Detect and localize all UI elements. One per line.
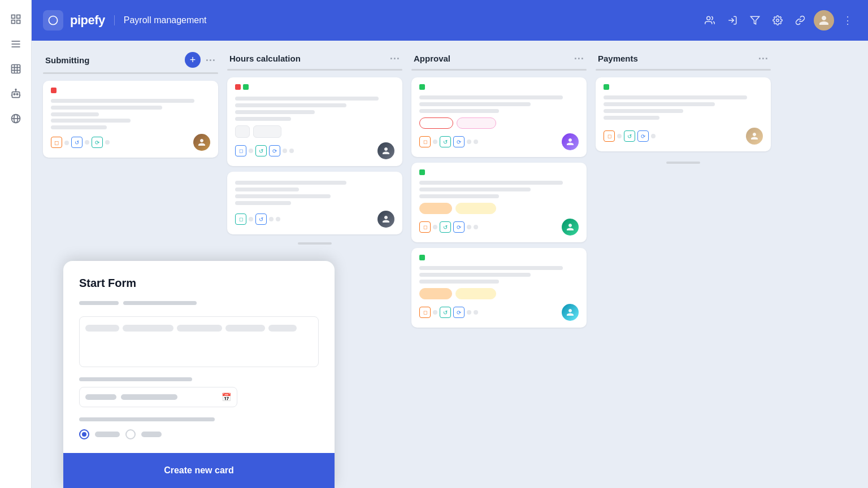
user-avatar[interactable] xyxy=(814,10,834,30)
card-avatar-approval-3 xyxy=(562,304,579,321)
sidebar-item-robot[interactable] xyxy=(6,84,26,104)
card-approval-1[interactable]: ◻ ↺ ⟳ xyxy=(411,77,587,157)
card-icons-row: ◻ ↺ ⟳ xyxy=(419,136,478,147)
svg-rect-0 xyxy=(11,15,15,19)
sidebar-item-table[interactable] xyxy=(6,59,26,79)
card-line xyxy=(419,194,499,198)
card-dot-red xyxy=(51,88,57,93)
create-new-card-button[interactable]: Create new card xyxy=(63,453,335,488)
card-badge-outline-red xyxy=(419,117,453,129)
card-payments-1[interactable]: ◻ ↺ ⟳ xyxy=(596,77,771,151)
card-icon-tag[interactable]: ◻ xyxy=(604,130,615,142)
column-more-approval[interactable]: ⋯ xyxy=(574,52,584,64)
card-approval-2[interactable]: ◻ ↺ ⟳ xyxy=(411,163,587,242)
card-icon-dot3 xyxy=(474,225,478,229)
more-icon-btn[interactable]: ⋮ xyxy=(839,11,857,29)
radio-label-1 xyxy=(95,432,120,437)
card-icon-dot xyxy=(249,217,253,221)
card-line xyxy=(419,109,499,113)
filter-icon-btn[interactable] xyxy=(746,11,764,29)
radio-option-1[interactable] xyxy=(79,429,89,439)
header-actions: ⋮ xyxy=(701,10,857,30)
card-icon-refresh[interactable]: ↺ xyxy=(624,130,635,142)
card-icon-dot2 xyxy=(467,225,471,229)
column-approval: Approval ⋯ ◻ xyxy=(411,52,587,477)
card-icon-tag[interactable]: ◻ xyxy=(235,145,246,156)
card-hours-2[interactable]: ◻ ↺ xyxy=(227,172,402,234)
sidebar-item-grid[interactable] xyxy=(6,9,26,29)
card-submitting-1[interactable]: ◻ ↺ ⟳ xyxy=(43,81,218,158)
svg-rect-1 xyxy=(16,15,20,19)
column-more-submitting[interactable]: ⋯ xyxy=(205,54,216,66)
card-line xyxy=(235,117,291,121)
form-date-label xyxy=(79,377,192,381)
people-icon-btn[interactable] xyxy=(701,11,719,29)
card-icon-tag[interactable]: ◻ xyxy=(419,307,431,318)
card-line xyxy=(419,280,499,284)
card-line xyxy=(604,102,715,106)
card-icons-row: ◻ ↺ ⟳ xyxy=(419,221,478,233)
card-badge-yellow xyxy=(455,203,496,214)
settings-icon-btn[interactable] xyxy=(769,11,787,29)
card-badge-row-3 xyxy=(419,288,579,299)
svg-marker-24 xyxy=(751,16,760,24)
card-icon-sync[interactable]: ⟳ xyxy=(92,137,103,148)
card-icon-sync[interactable]: ⟳ xyxy=(453,221,465,233)
column-line-approval xyxy=(411,69,587,71)
card-line xyxy=(235,188,299,191)
card-icon-dot2 xyxy=(283,149,287,153)
card-line xyxy=(419,181,563,185)
card-icon-sync[interactable]: ⟳ xyxy=(453,136,465,147)
column-cards-submitting: ◻ ↺ ⟳ xyxy=(43,81,218,158)
radio-option-2[interactable] xyxy=(125,429,136,439)
card-avatar-hours-2 xyxy=(377,211,394,228)
add-card-btn-submitting[interactable]: + xyxy=(185,52,201,68)
link-icon-btn[interactable] xyxy=(791,11,809,29)
page-title: Payroll management xyxy=(114,15,207,25)
card-icon-refresh[interactable]: ↺ xyxy=(71,137,83,148)
card-icons-row: ◻ ↺ ⟳ xyxy=(51,137,110,148)
form-textarea[interactable] xyxy=(79,316,319,367)
sidebar-item-list[interactable] xyxy=(6,34,26,54)
card-approval-3[interactable]: ◻ ↺ ⟳ xyxy=(411,248,587,328)
calendar-icon[interactable]: 📅 xyxy=(222,393,231,402)
card-icon-tag[interactable]: ◻ xyxy=(51,137,62,148)
card-icons-row: ◻ ↺ xyxy=(235,213,280,225)
card-badge-orange xyxy=(419,203,452,214)
card-icon-sync[interactable]: ⟳ xyxy=(453,307,465,318)
column-title-payments: Payments xyxy=(598,54,753,63)
card-badge-row xyxy=(419,117,579,129)
card-badge-2 xyxy=(253,125,281,138)
form-field1-label-row xyxy=(79,301,319,311)
card-avatar-1 xyxy=(193,134,210,151)
card-badge-outline-pink xyxy=(457,117,496,129)
card-icon-refresh[interactable]: ↺ xyxy=(440,136,451,147)
svg-point-22 xyxy=(707,16,710,20)
sidebar-item-globe[interactable] xyxy=(6,108,26,129)
card-icon-tag[interactable]: ◻ xyxy=(235,213,246,225)
sidebar xyxy=(0,0,32,488)
card-hours-1[interactable]: ◻ ↺ ⟳ xyxy=(227,77,402,166)
card-icon-refresh[interactable]: ↺ xyxy=(440,221,451,233)
card-icon-sync[interactable]: ⟳ xyxy=(637,130,649,142)
column-cards-approval: ◻ ↺ ⟳ xyxy=(411,77,587,328)
card-icon-sync[interactable]: ⟳ xyxy=(269,145,280,156)
svg-rect-2 xyxy=(11,20,15,24)
column-more-hours[interactable]: ⋯ xyxy=(389,52,400,64)
form-date-field[interactable]: 📅 xyxy=(79,387,237,407)
card-icon-refresh[interactable]: ↺ xyxy=(440,307,451,318)
card-avatar-approval-1 xyxy=(562,133,579,150)
card-icon-refresh[interactable]: ↺ xyxy=(255,145,267,156)
textarea-content xyxy=(85,323,313,334)
card-line xyxy=(235,181,346,185)
card-dot-green xyxy=(243,84,249,90)
card-avatar-approval-2 xyxy=(562,219,579,236)
form-field1-label2 xyxy=(123,301,197,305)
card-icon-tag[interactable]: ◻ xyxy=(419,221,431,233)
card-icon-refresh[interactable]: ↺ xyxy=(255,213,267,225)
login-icon-btn[interactable] xyxy=(723,11,741,29)
card-icon-tag[interactable]: ◻ xyxy=(419,136,431,147)
textarea-pill-3 xyxy=(177,325,222,332)
column-line-payments xyxy=(596,69,771,71)
column-more-payments[interactable]: ⋯ xyxy=(758,52,769,64)
